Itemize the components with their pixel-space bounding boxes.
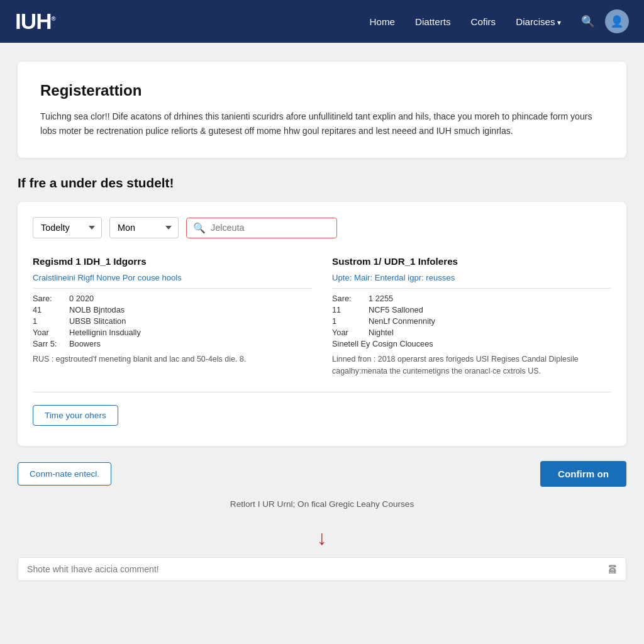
navbar: IUH® Home Diatterts Cofirs Diarcises 🔍 👤 (0, 0, 644, 43)
nav-cofirs[interactable]: Cofirs (471, 16, 496, 27)
result-right-desc: Linned fron : 2018 operarst ares foriged… (332, 353, 611, 377)
brand-reg: ® (52, 15, 55, 22)
result-right-link[interactable]: Upte: Mair: Enterdal igpr: reusses (332, 273, 455, 282)
registration-description: Tuichng sea clor!! Dife acatons of drhin… (40, 109, 604, 138)
comment-input[interactable] (27, 564, 608, 574)
results-grid: Regismd 1 IDH_1 Idgorrs Craistlineini Ri… (33, 256, 611, 392)
bottom-actions: Conm-nate entecl. Confirm on (18, 461, 626, 487)
result-left-row-4: Sarr 5: Boowers (33, 339, 312, 348)
section-subtitle: If fre a under des studelt! (18, 175, 626, 191)
confirm-button[interactable]: Confirm on (540, 461, 626, 487)
result-right-title: Sustrom 1/ UDR_1 Infoleres (332, 256, 611, 267)
cancel-button[interactable]: Conm-nate entecl. (18, 462, 111, 486)
comment-icon: 🖀 (608, 564, 617, 574)
result-left-desc: RUS : egstrouted'f meneting blanit and l… (33, 353, 312, 365)
registration-box: Registerattion Tuichng sea clor!! Dife a… (18, 62, 626, 158)
result-left-row-0: Sare: 0 2020 (33, 294, 312, 303)
nav-links: Home Diatterts Cofirs Diarcises (369, 16, 561, 27)
result-left-row-1: 41 NOLB Bjntodas (33, 305, 312, 314)
nav-diarcises[interactable]: Diarcises (516, 16, 561, 27)
search-input[interactable] (211, 223, 330, 233)
result-left-link[interactable]: Craistlineini Rigfl Nonve Por couse hool… (33, 273, 182, 282)
brand-logo[interactable]: IUH® (15, 9, 55, 34)
nav-home[interactable]: Home (369, 16, 395, 27)
search-wrapper: 🔍 (186, 218, 337, 238)
result-left-title: Regismd 1 IDH_1 Idgorrs (33, 256, 312, 267)
avatar[interactable]: 👤 (605, 9, 629, 33)
result-left-row-3: Yoar Hetellignin Insdually (33, 328, 312, 337)
right-divider (332, 288, 611, 289)
result-right-row-0: Sare: 1 2255 (332, 294, 611, 303)
brand-text: IUH (15, 9, 52, 33)
result-right-row-1: 11 NCF5 Salloned (332, 305, 611, 314)
page-content: Registerattion Tuichng sea clor!! Dife a… (8, 62, 636, 581)
navbar-icons: 🔍 👤 (581, 9, 629, 33)
filter-container: Todelty Mon 🔍 Regismd 1 IDH_1 Idgorrs Cr… (18, 202, 626, 446)
arrow-down-indicator: ↓ (18, 526, 626, 550)
result-right-row-3: Yoar Nightel (332, 328, 611, 337)
result-right-row-4: Sinetell Ey Cosign Cloucees (332, 339, 611, 348)
time-button[interactable]: Time your ohers (33, 405, 118, 426)
left-divider (33, 288, 312, 289)
search-icon-red: 🔍 (193, 222, 206, 234)
footer-link[interactable]: Retlort I UR Urnl; On fical Gregic Leahy… (18, 499, 626, 509)
result-left: Regismd 1 IDH_1 Idgorrs Craistlineini Ri… (33, 256, 312, 377)
result-right: Sustrom 1/ UDR_1 Infoleres Upte: Mair: E… (332, 256, 611, 377)
search-icon[interactable]: 🔍 (581, 15, 595, 28)
result-left-row-2: 1 UBSB Slitcation (33, 316, 312, 326)
filter-row: Todelty Mon 🔍 (33, 217, 611, 238)
nav-diatterts[interactable]: Diatterts (415, 16, 451, 27)
comment-bar: 🖀 (18, 557, 626, 581)
filter-select-2[interactable]: Mon (109, 217, 179, 238)
result-right-row-2: 1 NenLf Conmennity (332, 316, 611, 326)
registration-title: Registerattion (40, 82, 604, 99)
filter-select-1[interactable]: Todelty (33, 217, 102, 238)
